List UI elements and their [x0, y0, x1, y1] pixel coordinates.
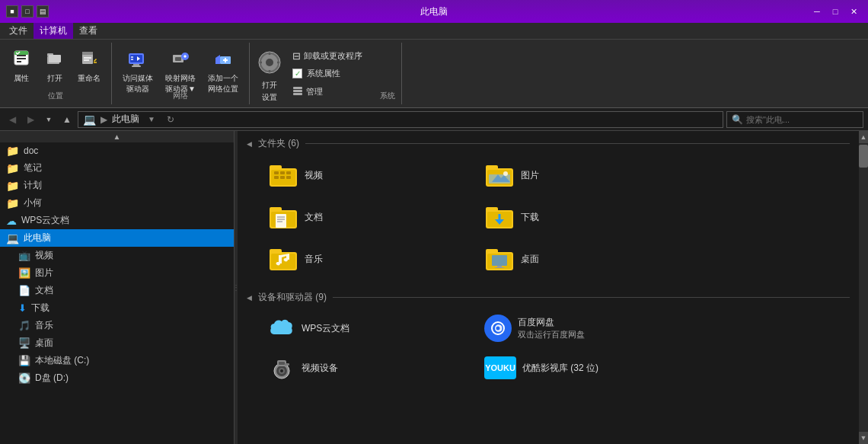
camera-icon: [268, 354, 295, 382]
sidebar-label-desktop: 桌面: [35, 337, 53, 350]
pc-icon: 💻: [6, 232, 19, 244]
sidebar-item-video[interactable]: 📺 视频: [0, 247, 234, 264]
properties-button[interactable]: 属性: [6, 46, 37, 87]
sidebar-item-xiaohe[interactable]: 📁 小何: [0, 194, 234, 212]
sidebar-item-plan[interactable]: 📁 计划: [0, 177, 234, 194]
baidu-name: 百度网盘: [518, 316, 585, 329]
folder-desktop-icon: [484, 244, 515, 274]
network-group-label: 网络: [173, 91, 188, 101]
sidebar-label-documents: 文档: [35, 284, 53, 297]
device-camera[interactable]: 视频设备: [262, 350, 475, 386]
devices-grid: WPS云文档 百度网盘 双击运行百度网盘: [262, 310, 850, 386]
sidebar-item-doc[interactable]: 📁 doc: [0, 142, 234, 159]
add-location-button[interactable]: 添加一个 网络位置: [203, 46, 243, 97]
sidebar-item-music[interactable]: 🎵 音乐: [0, 317, 234, 334]
sidebar-label-xiaohe: 小何: [24, 196, 42, 209]
sidebar-item-pictures[interactable]: 🖼️ 图片: [0, 264, 234, 282]
sidebar-label-d-drive: D盘 (D:): [35, 372, 69, 385]
svg-rect-6: [82, 52, 93, 55]
device-youku[interactable]: YOUKU 优酷影视库 (32 位): [478, 350, 691, 386]
youku-label: 优酷影视库 (32 位): [522, 362, 598, 375]
open-icon: [46, 49, 64, 72]
addressbar: ◀ ▶ ▼ ▲ 💻 ▶ 此电脑 ▼ ↻ 🔍: [0, 108, 868, 131]
rename-button[interactable]: 重命名: [73, 46, 105, 87]
sidebar-item-local-c[interactable]: 💾 本地磁盘 (C:): [0, 352, 234, 369]
search-input[interactable]: [746, 115, 845, 124]
sidebar-item-downloads[interactable]: ⬇ 下载: [0, 299, 234, 317]
svg-rect-12: [133, 64, 139, 65]
menu-computer[interactable]: 计算机: [34, 23, 73, 39]
baidu-icon: [484, 315, 512, 342]
window-title: 此电脑: [420, 5, 448, 18]
menu-view[interactable]: 查看: [73, 23, 104, 39]
camera-name: 视频设备: [302, 362, 338, 375]
folder-downloads-label: 下载: [521, 211, 539, 224]
svg-point-69: [280, 369, 283, 372]
folders-grid: 视频 图片: [262, 156, 850, 279]
address-bar[interactable]: 💻 ▶ 此电脑 ▼ ↻: [78, 111, 723, 128]
folder-documents-icon: [268, 203, 298, 232]
sidebar-item-d-drive[interactable]: 💽 D盘 (D:): [0, 369, 234, 387]
device-wps-cloud[interactable]: WPS云文档: [262, 310, 475, 347]
system-settings-label[interactable]: 设置: [262, 92, 277, 103]
sidebar: ▲ 📁 doc 📁 笔记 📁 计划 📁 小何 ☁ WPS云文档 💻 此电脑 📺: [0, 131, 235, 444]
system-props-button[interactable]: ✓ 系统属性: [289, 66, 365, 81]
toolbar-network-items: 访问媒体 驱动器 映射网络 驱动器▼: [118, 46, 243, 111]
add-location-label: 添加一个 网络位置: [208, 73, 238, 94]
open-system-button[interactable]: [256, 49, 283, 78]
folder-music[interactable]: 音乐: [262, 240, 475, 279]
toolbar-group-network: 访问媒体 驱动器 映射网络 驱动器▼: [112, 43, 250, 104]
sidebar-label-wps: WPS云文档: [21, 214, 69, 227]
svg-rect-15: [131, 59, 133, 60]
scroll-down-button[interactable]: ▼: [859, 432, 868, 444]
folders-section-title: 文件夹 (6): [258, 137, 299, 150]
close-button[interactable]: ✕: [845, 5, 862, 18]
svg-rect-62: [497, 266, 502, 267]
folder-documents[interactable]: 文档: [262, 198, 475, 237]
scrollbar[interactable]: ▲ ▼: [859, 131, 868, 444]
svg-rect-33: [286, 171, 291, 174]
sidebar-item-notes[interactable]: 📁 笔记: [0, 159, 234, 177]
downloads-icon: ⬇: [18, 302, 27, 314]
open-button[interactable]: 打开: [40, 46, 70, 87]
folder-video[interactable]: 视频: [262, 156, 475, 195]
menu-file[interactable]: 文件: [3, 23, 34, 39]
sidebar-item-documents[interactable]: 📄 文档: [0, 282, 234, 299]
music-icon: 🎵: [18, 320, 30, 331]
camera-label: 视频设备: [302, 362, 338, 375]
folder-downloads[interactable]: 下载: [478, 198, 691, 237]
folder-desktop[interactable]: 桌面: [478, 240, 691, 279]
svg-rect-63: [495, 267, 504, 268]
address-text: 此电脑: [112, 113, 139, 126]
sidebar-label-this-pc: 此电脑: [24, 232, 51, 244]
svg-rect-17: [175, 57, 181, 61]
scroll-thumb[interactable]: [859, 145, 868, 168]
svg-rect-61: [492, 255, 507, 266]
sidebar-item-wps-cloud[interactable]: ☁ WPS云文档: [0, 212, 234, 229]
device-baidu[interactable]: 百度网盘 双击运行百度网盘: [478, 310, 691, 347]
minimize-button[interactable]: ─: [809, 5, 825, 18]
access-media-button[interactable]: 访问媒体 驱动器: [118, 46, 158, 97]
titlebar-system-icons: ■ □ ▤: [6, 5, 49, 18]
forward-button[interactable]: ▶: [23, 112, 38, 127]
uninstall-button[interactable]: ⊟ 卸载或更改程序: [289, 49, 365, 63]
svg-rect-71: [279, 362, 285, 365]
up-button[interactable]: ▲: [59, 112, 75, 127]
back-button[interactable]: ◀: [5, 112, 20, 127]
folder-pictures[interactable]: 图片: [478, 156, 691, 195]
sidebar-item-this-pc[interactable]: 💻 此电脑: [0, 229, 234, 247]
svg-rect-14: [131, 56, 133, 58]
scroll-up-button[interactable]: ▲: [859, 131, 868, 143]
refresh-button[interactable]: ↻: [164, 114, 177, 125]
manage-button[interactable]: 管理: [289, 84, 365, 99]
system-open-label[interactable]: 打开: [262, 80, 277, 91]
maximize-button[interactable]: □: [827, 5, 844, 18]
devices-section-title: 设备和驱动器 (9): [258, 291, 327, 304]
documents-icon: 📄: [18, 285, 30, 296]
address-dropdown[interactable]: ▼: [144, 115, 159, 123]
search-box[interactable]: 🔍: [726, 111, 863, 128]
sidebar-item-desktop[interactable]: 🖥️ 桌面: [0, 334, 234, 352]
address-separator: ▶: [101, 114, 107, 125]
map-network-button[interactable]: 映射网络 驱动器▼: [161, 46, 200, 97]
dropdown-button[interactable]: ▼: [41, 112, 56, 127]
